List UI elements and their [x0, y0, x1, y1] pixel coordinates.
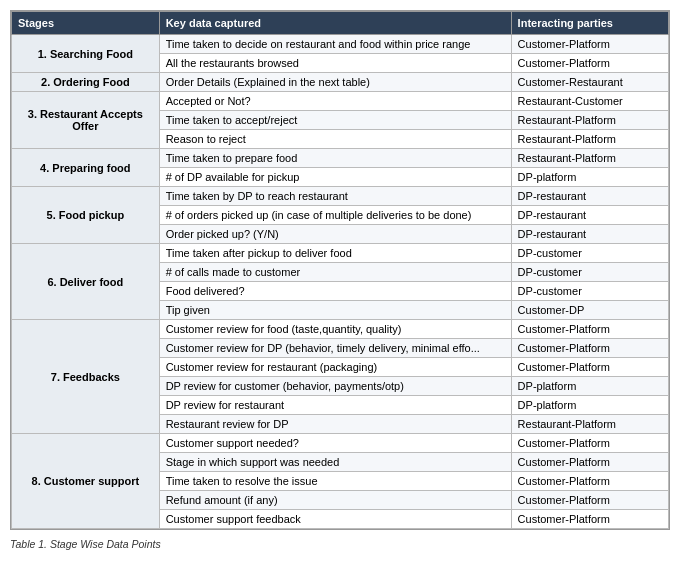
key-data-cell: Customer support needed?: [159, 434, 511, 453]
interacting-cell: Customer-Platform: [511, 472, 668, 491]
interacting-cell: Customer-DP: [511, 301, 668, 320]
key-data-cell: Customer review for DP (behavior, timely…: [159, 339, 511, 358]
table-row: 7. FeedbacksCustomer review for food (ta…: [12, 320, 669, 339]
key-data-cell: Order Details (Explained in the next tab…: [159, 73, 511, 92]
key-data-cell: DP review for restaurant: [159, 396, 511, 415]
key-data-cell: Customer review for food (taste,quantity…: [159, 320, 511, 339]
key-data-cell: DP review for customer (behavior, paymen…: [159, 377, 511, 396]
table-row: 6. Deliver foodTime taken after pickup t…: [12, 244, 669, 263]
interacting-cell: DP-customer: [511, 244, 668, 263]
key-data-cell: Time taken to accept/reject: [159, 111, 511, 130]
stage-cell: 6. Deliver food: [12, 244, 160, 320]
stage-cell: 5. Food pickup: [12, 187, 160, 244]
interacting-cell: DP-customer: [511, 263, 668, 282]
stage-data-table: Stages Key data captured Interacting par…: [11, 11, 669, 529]
header-interacting: Interacting parties: [511, 12, 668, 35]
stage-cell: 1. Searching Food: [12, 35, 160, 73]
key-data-cell: Refund amount (if any): [159, 491, 511, 510]
interacting-cell: DP-restaurant: [511, 225, 668, 244]
table-row: 2. Ordering FoodOrder Details (Explained…: [12, 73, 669, 92]
interacting-cell: DP-restaurant: [511, 187, 668, 206]
table-row: 5. Food pickupTime taken by DP to reach …: [12, 187, 669, 206]
stage-cell: 2. Ordering Food: [12, 73, 160, 92]
table-row: 8. Customer supportCustomer support need…: [12, 434, 669, 453]
interacting-cell: Restaurant-Customer: [511, 92, 668, 111]
interacting-cell: Customer-Platform: [511, 320, 668, 339]
header-stages: Stages: [12, 12, 160, 35]
interacting-cell: DP-customer: [511, 282, 668, 301]
interacting-cell: Restaurant-Platform: [511, 130, 668, 149]
main-table-container: Stages Key data captured Interacting par…: [10, 10, 670, 530]
interacting-cell: DP-platform: [511, 377, 668, 396]
interacting-cell: Restaurant-Platform: [511, 111, 668, 130]
table-row: 1. Searching FoodTime taken to decide on…: [12, 35, 669, 54]
key-data-cell: # of orders picked up (in case of multip…: [159, 206, 511, 225]
key-data-cell: Restaurant review for DP: [159, 415, 511, 434]
key-data-cell: Time taken after pickup to deliver food: [159, 244, 511, 263]
interacting-cell: DP-platform: [511, 168, 668, 187]
interacting-cell: Restaurant-Platform: [511, 415, 668, 434]
interacting-cell: Customer-Restaurant: [511, 73, 668, 92]
key-data-cell: Time taken to decide on restaurant and f…: [159, 35, 511, 54]
interacting-cell: Customer-Platform: [511, 54, 668, 73]
key-data-cell: Accepted or Not?: [159, 92, 511, 111]
key-data-cell: Customer support feedback: [159, 510, 511, 529]
table-row: 3. Restaurant Accepts OfferAccepted or N…: [12, 92, 669, 111]
header-key-data: Key data captured: [159, 12, 511, 35]
stage-cell: 3. Restaurant Accepts Offer: [12, 92, 160, 149]
key-data-cell: # of calls made to customer: [159, 263, 511, 282]
table-row: 4. Preparing foodTime taken to prepare f…: [12, 149, 669, 168]
interacting-cell: Customer-Platform: [511, 35, 668, 54]
stage-cell: 8. Customer support: [12, 434, 160, 529]
key-data-cell: # of DP available for pickup: [159, 168, 511, 187]
stage-cell: 4. Preparing food: [12, 149, 160, 187]
key-data-cell: All the restaurants browsed: [159, 54, 511, 73]
interacting-cell: Customer-Platform: [511, 453, 668, 472]
key-data-cell: Reason to reject: [159, 130, 511, 149]
key-data-cell: Customer review for restaurant (packagin…: [159, 358, 511, 377]
key-data-cell: Time taken to prepare food: [159, 149, 511, 168]
key-data-cell: Tip given: [159, 301, 511, 320]
interacting-cell: DP-platform: [511, 396, 668, 415]
interacting-cell: Customer-Platform: [511, 510, 668, 529]
key-data-cell: Time taken by DP to reach restaurant: [159, 187, 511, 206]
key-data-cell: Time taken to resolve the issue: [159, 472, 511, 491]
interacting-cell: Customer-Platform: [511, 434, 668, 453]
key-data-cell: Stage in which support was needed: [159, 453, 511, 472]
key-data-cell: Order picked up? (Y/N): [159, 225, 511, 244]
interacting-cell: Customer-Platform: [511, 491, 668, 510]
interacting-cell: Customer-Platform: [511, 358, 668, 377]
stage-cell: 7. Feedbacks: [12, 320, 160, 434]
table-caption: Table 1. Stage Wise Data Points: [10, 538, 670, 550]
key-data-cell: Food delivered?: [159, 282, 511, 301]
interacting-cell: Restaurant-Platform: [511, 149, 668, 168]
interacting-cell: DP-restaurant: [511, 206, 668, 225]
interacting-cell: Customer-Platform: [511, 339, 668, 358]
